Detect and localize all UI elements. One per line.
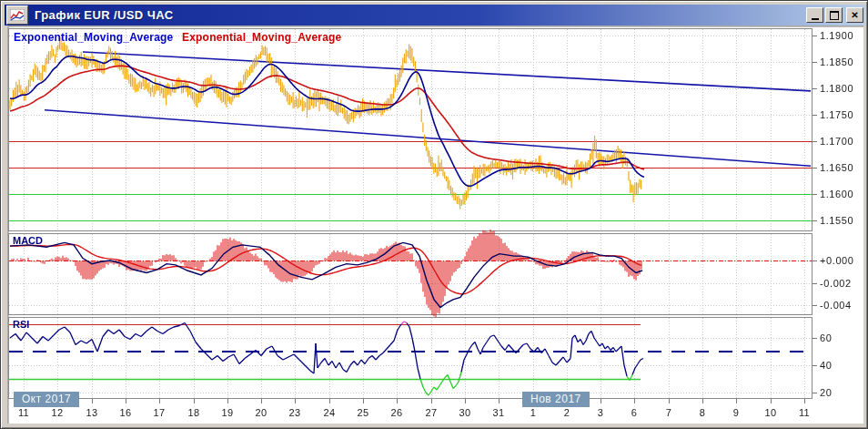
rsi-pane-label: RSI — [13, 319, 29, 330]
x-axis-label: 13 — [86, 407, 97, 418]
x-axis-label: 27 — [425, 407, 437, 418]
title-bar[interactable]: График EUR /USD ЧАС ✕ — [5, 5, 865, 26]
month-badge-october: Окт 2017 — [14, 392, 79, 407]
y-axis-label: 1.1800 — [820, 83, 853, 94]
month-badge-november: Нов 2017 — [522, 392, 590, 407]
chart-app-icon — [6, 5, 28, 25]
y-axis-label: 1.1750 — [820, 109, 853, 120]
y-axis-label: 1.1700 — [820, 136, 853, 147]
minimize-button[interactable] — [806, 7, 823, 23]
x-axis-label: 9 — [733, 407, 740, 418]
macd-pane-label: MACD — [13, 235, 43, 246]
y-axis-label: -0.004 — [820, 300, 852, 311]
x-axis-label: 1 — [530, 407, 537, 418]
x-axis-label: 12 — [51, 407, 63, 418]
chart-canvas[interactable] — [1, 1, 868, 429]
x-axis-label: 20 — [255, 407, 267, 418]
y-axis-label: 1.1900 — [820, 30, 853, 41]
y-axis-label: 1.1600 — [820, 189, 853, 199]
x-axis-label: 6 — [631, 407, 638, 418]
y-axis-label: 40 — [820, 360, 832, 371]
window-title: График EUR /USD ЧАС — [35, 8, 173, 22]
x-axis-label: 3 — [598, 407, 604, 418]
x-axis-label: 24 — [323, 407, 335, 418]
legend-ema-red: Exponential_Moving_Average — [182, 31, 341, 44]
y-axis-label: 20 — [820, 387, 832, 398]
x-axis-label: 11 — [18, 407, 29, 418]
close-icon: ✕ — [851, 10, 858, 20]
x-axis-label: 25 — [357, 407, 368, 418]
x-axis-label: 16 — [119, 407, 131, 418]
x-axis-label: 10 — [764, 407, 776, 418]
minimize-icon — [812, 15, 819, 20]
maximize-button[interactable] — [825, 7, 843, 23]
y-axis-label: +0.000 — [820, 255, 854, 266]
x-axis-label: 30 — [459, 407, 470, 418]
x-axis-label: 23 — [288, 407, 300, 418]
x-axis-label: 26 — [390, 407, 402, 418]
y-axis-label: 1.1850 — [820, 56, 853, 67]
indicator-legend: Exponential_Moving_Average Exponential_M… — [14, 31, 341, 44]
x-axis-label: 19 — [221, 407, 233, 418]
x-axis-label: 18 — [187, 407, 199, 418]
x-axis-label: 17 — [153, 407, 165, 418]
chart-window: График EUR /USD ЧАС ✕ Exponential_Moving… — [0, 0, 868, 429]
close-button[interactable]: ✕ — [846, 7, 863, 23]
y-axis-label: -0.002 — [820, 278, 852, 289]
y-axis-label: 1.1650 — [820, 162, 853, 173]
x-axis-label: 8 — [700, 407, 706, 418]
y-axis-label: 60 — [820, 332, 832, 343]
x-axis-label: 2 — [564, 407, 570, 418]
y-axis-label: 1.1550 — [820, 215, 853, 226]
legend-ema-blue: Exponential_Moving_Average — [14, 31, 173, 44]
x-axis-label: 31 — [492, 407, 504, 418]
x-axis-label: 7 — [666, 407, 672, 418]
x-axis-label: 11 — [799, 407, 810, 418]
maximize-icon — [830, 11, 839, 20]
